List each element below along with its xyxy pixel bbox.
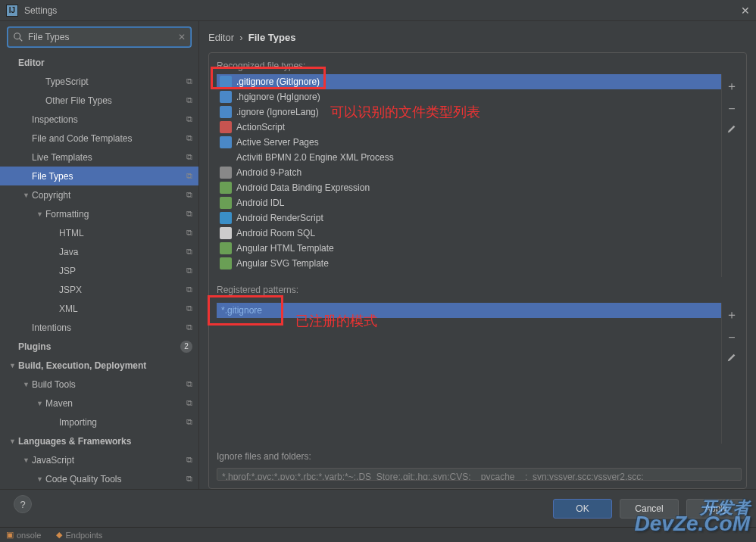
tree-item-label: Build Tools — [32, 379, 186, 390]
copy-icon[interactable]: ⧉ — [186, 133, 192, 143]
copy-icon[interactable]: ⧉ — [186, 266, 192, 276]
search-input[interactable]: File Types ✕ — [8, 27, 191, 47]
pattern-row[interactable]: *.gitignore — [217, 303, 721, 318]
filetype-label: Android Data Binding Expression — [236, 182, 370, 193]
filetype-row[interactable]: .hgignore (HgIgnore) — [217, 89, 721, 104]
window-title: Settings — [24, 5, 57, 16]
cancel-button[interactable]: Cancel — [620, 499, 679, 519]
settings-tree[interactable]: EditorTypeScript⧉Other File Types⧉Inspec… — [0, 53, 198, 489]
expand-arrow-icon[interactable]: ▼ — [9, 438, 18, 445]
tree-item[interactable]: Other File Types⧉ — [0, 91, 198, 110]
tree-item[interactable]: JSP⧉ — [0, 261, 198, 280]
expand-arrow-icon[interactable]: ▼ — [9, 362, 18, 369]
copy-icon[interactable]: ⧉ — [186, 114, 192, 124]
copy-icon[interactable]: ⧉ — [186, 304, 192, 313]
filetype-row[interactable]: Angular HTML Template — [217, 241, 721, 256]
copy-icon[interactable]: ⧉ — [186, 398, 192, 408]
tree-item-label: Languages & Frameworks — [18, 436, 192, 447]
copy-icon[interactable]: ⧉ — [186, 285, 192, 294]
filetype-label: ActionScript — [236, 122, 285, 132]
patterns-list-buttons: ＋ − — [722, 303, 742, 444]
clear-search-icon[interactable]: ✕ — [178, 32, 186, 42]
copy-icon[interactable]: ⧉ — [186, 247, 192, 257]
expand-arrow-icon[interactable]: ▼ — [36, 400, 45, 407]
tree-item[interactable]: HTML⧉ — [0, 223, 198, 242]
tree-item[interactable]: Java⧉ — [0, 242, 198, 261]
copy-icon[interactable]: ⧉ — [186, 417, 192, 427]
filetype-row[interactable]: Android IDL — [217, 195, 721, 210]
ignore-files-input[interactable]: *.hprof;*.pyc;*.pyo;*.rbc;*.yarb;*~;.DS_… — [217, 468, 742, 481]
copy-icon[interactable]: ⧉ — [186, 455, 192, 465]
copy-icon[interactable]: ⧉ — [186, 152, 192, 162]
tree-item[interactable]: Editor — [0, 53, 198, 72]
tree-item-label: Inspections — [32, 114, 186, 125]
filetype-row[interactable]: Android RenderScript — [217, 210, 721, 226]
tree-item[interactable]: ▼Code Quality Tools⧉ — [0, 469, 198, 488]
tree-item[interactable]: ▼Maven⧉ — [0, 394, 198, 413]
close-icon[interactable]: ✕ — [741, 5, 750, 17]
copy-icon[interactable]: ⧉ — [186, 228, 192, 238]
remove-pattern-button[interactable]: − — [724, 331, 739, 344]
add-filetype-button[interactable]: ＋ — [724, 79, 739, 95]
tree-item[interactable]: Importing⧉ — [0, 413, 198, 431]
registered-patterns-list[interactable]: *.gitignore — [217, 303, 722, 444]
recognized-file-types-list[interactable]: .gitignore (GitIgnore).hgignore (HgIgnor… — [217, 74, 722, 277]
tree-item[interactable]: Live Templates⧉ — [0, 148, 198, 167]
edit-filetype-button[interactable] — [724, 123, 739, 137]
titlebar: IJ Settings ✕ — [0, 0, 756, 21]
filetype-label: Android Room SQL — [236, 228, 315, 238]
tree-item[interactable]: ▼Build Tools⧉ — [0, 375, 198, 394]
tree-item[interactable]: TypeScript⧉ — [0, 72, 198, 91]
filetype-label: .ignore (IgnoreLang) — [236, 107, 319, 117]
expand-arrow-icon[interactable]: ▼ — [36, 210, 45, 218]
filetype-label: .gitignore (GitIgnore) — [236, 76, 320, 87]
tree-item[interactable]: Intentions⧉ — [0, 318, 198, 337]
filetype-row[interactable]: Android Data Binding Expression — [217, 180, 721, 195]
tree-item[interactable]: File Types⧉ — [0, 167, 198, 185]
filetype-row[interactable]: Active Server Pages — [217, 135, 721, 150]
copy-icon[interactable]: ⧉ — [186, 379, 192, 389]
filetype-row[interactable]: Android Room SQL — [217, 226, 721, 241]
filetype-label: Android 9-Patch — [236, 167, 301, 178]
endpoints-icon[interactable]: ◆ — [56, 530, 62, 540]
tree-item[interactable]: JSPX⧉ — [0, 280, 198, 299]
filetype-row[interactable]: Angular SVG Template — [217, 256, 721, 271]
apply-button[interactable]: Apply — [686, 499, 745, 519]
expand-arrow-icon[interactable]: ▼ — [36, 475, 45, 483]
filetype-row[interactable]: Android 9-Patch — [217, 165, 721, 180]
copy-icon[interactable]: ⧉ — [186, 76, 192, 86]
ok-button[interactable]: OK — [553, 499, 612, 519]
filetype-icon — [220, 182, 232, 194]
copy-icon[interactable]: ⧉ — [186, 209, 192, 219]
expand-arrow-icon[interactable]: ▼ — [23, 456, 32, 464]
tree-item[interactable]: Plugins2 — [0, 337, 198, 356]
tree-item[interactable]: ▼Build, Execution, Deployment — [0, 356, 198, 375]
tree-item[interactable]: Inspections⧉ — [0, 110, 198, 129]
filetype-row[interactable]: ActionScript — [217, 120, 721, 135]
breadcrumb-root[interactable]: Editor — [208, 32, 234, 43]
expand-arrow-icon[interactable]: ▼ — [23, 381, 32, 388]
filetype-row[interactable]: Activiti BPMN 2.0 Engine XML Process — [217, 150, 721, 165]
expand-arrow-icon[interactable]: ▼ — [23, 192, 32, 199]
tree-item[interactable]: File and Code Templates⧉ — [0, 129, 198, 148]
copy-icon[interactable]: ⧉ — [186, 171, 192, 181]
filetype-row[interactable]: .gitignore (GitIgnore) — [217, 74, 721, 89]
add-pattern-button[interactable]: ＋ — [724, 307, 739, 323]
remove-filetype-button[interactable]: − — [724, 102, 739, 116]
edit-pattern-button[interactable] — [724, 352, 739, 366]
copy-icon[interactable]: ⧉ — [186, 190, 192, 200]
tree-item[interactable]: Closure Linter⧉ — [0, 488, 198, 489]
tree-item[interactable]: ▼JavaScript⧉ — [0, 450, 198, 469]
filetype-row[interactable]: .ignore (IgnoreLang) — [217, 104, 721, 120]
console-icon[interactable]: ▣ — [6, 530, 14, 540]
help-button[interactable]: ? — [14, 495, 32, 513]
tree-item[interactable]: ▼Formatting⧉ — [0, 204, 198, 223]
copy-icon[interactable]: ⧉ — [186, 474, 192, 484]
tree-item[interactable]: XML⧉ — [0, 299, 198, 318]
filetype-label: Angular HTML Template — [236, 243, 334, 254]
tree-item-label: Code Quality Tools — [45, 474, 186, 484]
copy-icon[interactable]: ⧉ — [186, 322, 192, 332]
tree-item[interactable]: ▼Copyright⧉ — [0, 185, 198, 204]
copy-icon[interactable]: ⧉ — [186, 95, 192, 105]
tree-item[interactable]: ▼Languages & Frameworks — [0, 431, 198, 450]
